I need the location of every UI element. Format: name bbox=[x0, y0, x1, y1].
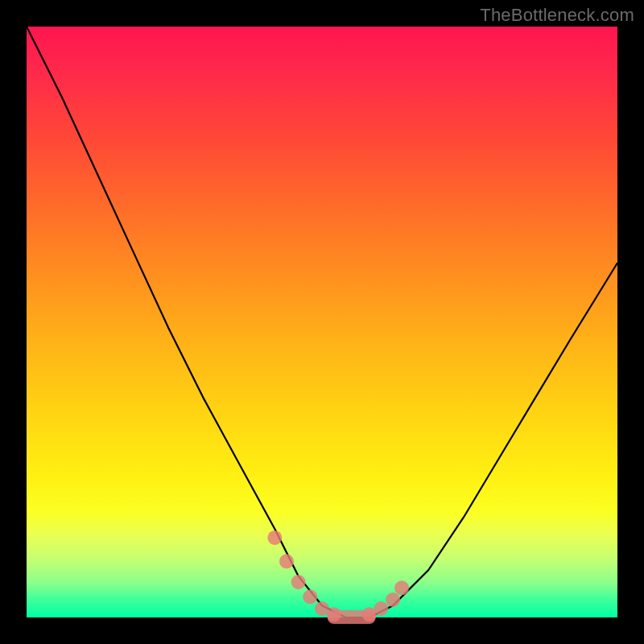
watermark-text: TheBottleneck.com bbox=[480, 5, 634, 26]
highlight-point bbox=[394, 580, 409, 595]
highlight-markers bbox=[267, 530, 409, 624]
highlight-point bbox=[267, 530, 282, 545]
highlight-point bbox=[374, 601, 388, 616]
highlight-point bbox=[327, 607, 341, 621]
chart-frame: TheBottleneck.com bbox=[0, 0, 644, 644]
bottleneck-curve bbox=[27, 27, 617, 617]
highlight-point bbox=[279, 554, 294, 568]
highlight-point bbox=[291, 575, 306, 589]
highlight-point bbox=[303, 589, 317, 604]
plot-area bbox=[27, 27, 617, 617]
highlight-point bbox=[386, 592, 400, 607]
chart-svg bbox=[27, 27, 617, 617]
